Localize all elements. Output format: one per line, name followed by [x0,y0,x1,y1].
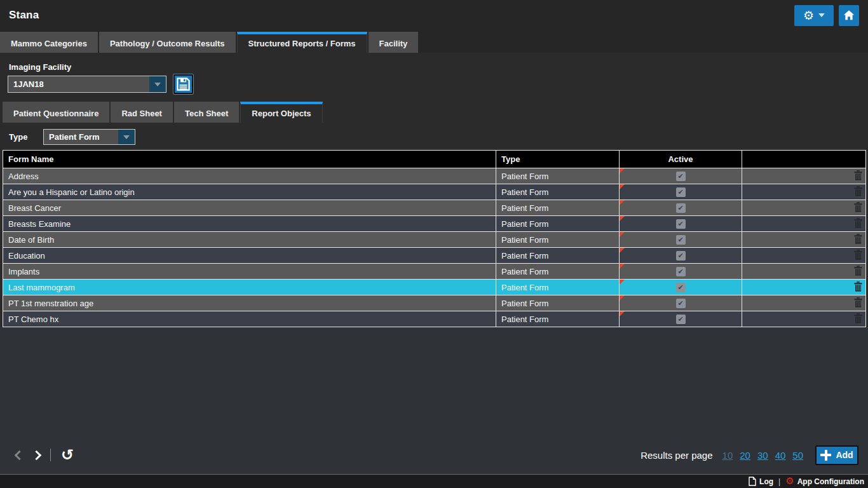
tab-label: Report Objects [252,109,311,118]
app-configuration-button[interactable]: ⚙ App Configuration [785,477,864,486]
imaging-facility-value: 1JAN18 [8,76,149,92]
type-select-value: Patient Form [44,130,118,144]
active-cell: ✔ [620,264,742,280]
table-row[interactable]: PT 1st menstration age Patient Form ✔ [3,295,866,311]
trash-icon[interactable] [854,202,862,212]
form-type-cell: Patient Form [496,216,620,232]
trash-icon[interactable] [854,234,862,244]
table-body: Address Patient Form ✔ [3,168,866,327]
imaging-facility-select[interactable]: 1JAN18 [8,76,166,93]
type-label: Type [9,132,43,142]
column-header-type[interactable]: Type [496,151,620,168]
trash-icon[interactable] [854,250,862,260]
home-button[interactable] [839,5,859,26]
trash-icon[interactable] [854,170,862,180]
tab-facility[interactable]: Facility [369,32,419,53]
imaging-facility-label: Imaging Facility [9,62,868,72]
tab-rad-sheet[interactable]: Rad Sheet [111,102,173,123]
tab-patient-questionnaire[interactable]: Patient Questionnaire [3,102,109,123]
actions-cell [742,311,866,327]
modified-flag-icon [620,184,625,189]
trash-icon[interactable] [854,218,862,228]
form-type-cell: Patient Form [496,295,620,311]
form-type-cell: Patient Form [496,168,620,184]
modified-flag-icon [620,232,625,237]
top-bar: Stana ⚙ [0,0,868,30]
form-name-cell: Breasts Examine [3,216,496,232]
settings-button[interactable]: ⚙ [794,5,834,26]
tab-label: Rad Sheet [121,109,162,118]
add-button-label: Add [836,450,853,460]
results-per-page-40[interactable]: 40 [775,450,786,461]
log-button[interactable]: Log [749,477,773,486]
active-cell: ✔ [620,311,742,327]
tab-label: Structured Reports / Forms [248,39,356,48]
pagination-controls: ↺ [16,449,74,461]
form-name-cell: PT 1st menstration age [3,295,496,311]
divider: | [778,477,780,486]
app-configuration-label: App Configuration [797,477,864,486]
trash-icon[interactable] [854,281,862,292]
form-name-cell: Address [3,168,496,184]
results-per-page-50[interactable]: 50 [792,450,803,461]
form-name-cell: Last mammogram [3,280,496,295]
actions-cell [742,216,866,232]
active-cell: ✔ [620,216,742,232]
table-row[interactable]: Are you a Hispanic or Latino origin Pati… [3,184,866,200]
chevron-down-icon [818,13,825,17]
status-bar: Log | ⚙ App Configuration [0,474,868,488]
column-header-form-name[interactable]: Form Name [3,151,496,168]
forms-table: Form Name Type Active Address Patient Fo… [3,150,865,327]
main-tab-bar: Mammo CategoriesPathology / Outcome Resu… [0,30,868,53]
trash-icon[interactable] [854,186,862,196]
tab-structured-reports-forms[interactable]: Structured Reports / Forms [237,32,367,53]
active-cell: ✔ [620,248,742,264]
modified-flag-icon [620,216,625,221]
tab-label: Tech Sheet [185,109,228,118]
table-header-row: Form Name Type Active [3,151,866,168]
results-per-page-10[interactable]: 10 [722,450,733,461]
trash-icon[interactable] [854,266,862,276]
trash-icon[interactable] [854,313,862,323]
add-button[interactable]: Add [815,445,858,465]
active-checkbox: ✔ [676,299,686,308]
active-cell: ✔ [620,295,742,311]
active-cell: ✔ [620,232,742,248]
active-checkbox: ✔ [676,187,686,197]
results-per-page: Results per page 1020304050 Add [641,445,858,465]
modified-flag-icon [620,264,625,269]
plus-icon [820,450,831,461]
divider [50,449,51,461]
pagination-bar: ↺ Results per page 1020304050 Add [0,436,868,474]
next-page-icon[interactable] [32,450,42,460]
column-header-active[interactable]: Active [620,151,742,168]
table-row[interactable]: PT Chemo hx Patient Form ✔ [3,311,866,327]
tab-tech-sheet[interactable]: Tech Sheet [174,102,239,123]
active-cell: ✔ [620,168,742,184]
table-row[interactable]: Address Patient Form ✔ [3,168,866,184]
previous-page-icon[interactable] [15,450,25,460]
tab-mammo-categories[interactable]: Mammo Categories [0,32,98,53]
results-per-page-label: Results per page [641,450,712,461]
table-row[interactable]: Education Patient Form ✔ [3,248,866,264]
tab-pathology-outcome-results[interactable]: Pathology / Outcome Results [99,32,236,53]
results-per-page-30[interactable]: 30 [757,450,768,461]
table-row[interactable]: Date of Birth Patient Form ✔ [3,232,866,248]
table-row[interactable]: Breasts Examine Patient Form ✔ [3,216,866,232]
table-row[interactable]: Last mammogram Patient Form ✔ [3,280,866,295]
trash-icon[interactable] [854,297,862,308]
form-type-cell: Patient Form [496,200,620,216]
results-per-page-20[interactable]: 20 [740,450,750,461]
type-select[interactable]: Patient Form [43,129,135,145]
refresh-icon[interactable]: ↺ [61,449,74,461]
actions-cell [742,232,866,248]
modified-flag-icon [620,200,625,205]
save-button[interactable] [173,74,193,94]
log-label: Log [759,477,773,486]
table-row[interactable]: Implants Patient Form ✔ [3,264,866,280]
table-row[interactable]: Breast Cancer Patient Form ✔ [3,200,866,216]
tab-report-objects[interactable]: Report Objects [240,102,322,123]
active-cell: ✔ [620,200,742,216]
tab-label: Pathology / Outcome Results [110,39,225,48]
active-checkbox: ✔ [676,283,686,292]
